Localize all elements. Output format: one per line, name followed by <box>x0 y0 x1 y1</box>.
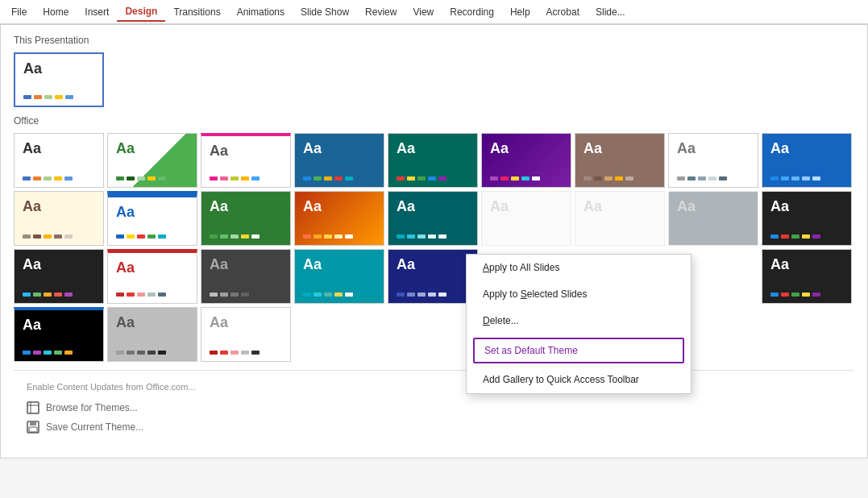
browse-themes-link[interactable]: Browse for Themes... <box>27 398 841 417</box>
theme-thumb-16[interactable]: Aa <box>575 191 665 246</box>
this-presentation-section: This Presentation Aa <box>14 35 854 107</box>
theme-thumb-12[interactable]: Aa <box>201 191 291 246</box>
this-pres-thumb[interactable]: Aa <box>14 52 104 107</box>
menu-insert[interactable]: Insert <box>77 3 117 21</box>
context-apply-all[interactable]: Apply to All Slides <box>467 255 691 281</box>
menu-file[interactable]: File <box>3 3 35 21</box>
theme-thumb-3[interactable]: Aa <box>201 133 291 188</box>
theme-thumb-9[interactable]: Aa <box>762 133 852 188</box>
set-default-label: Set as Default Theme <box>484 345 578 356</box>
office-theme-grid: Aa Aa <box>14 133 854 362</box>
theme-thumb-22[interactable]: Aa <box>294 249 384 304</box>
office-label: Office <box>14 115 854 127</box>
context-set-default[interactable]: Set as Default Theme <box>473 338 684 363</box>
menu-slideshow[interactable]: Slide Show <box>293 3 357 21</box>
office-section: Office Aa Aa <box>14 115 854 362</box>
add-gallery-label: Add Gallery to Quick Access Toolbar <box>483 374 639 385</box>
apply-selected-label: Apply to Selected Slides <box>483 288 587 300</box>
svg-rect-2 <box>30 421 36 425</box>
theme-thumb-17[interactable]: Aa <box>668 191 758 246</box>
svg-rect-0 <box>27 402 39 413</box>
theme-thumb-21[interactable]: Aa <box>201 249 291 304</box>
menu-acrobat[interactable]: Acrobat <box>538 3 588 21</box>
menu-design[interactable]: Design <box>117 2 165 22</box>
context-apply-selected[interactable]: Apply to Selected Slides <box>467 281 691 308</box>
menu-transitions[interactable]: Transitions <box>165 3 228 21</box>
svg-rect-3 <box>29 427 37 432</box>
theme-thumb-4[interactable]: Aa <box>294 133 384 188</box>
enable-content-link[interactable]: Enable Content Updates from Office.com..… <box>27 379 841 398</box>
theme-thumb-24[interactable]: Aa <box>762 249 852 304</box>
save-theme-icon <box>27 421 39 434</box>
menu-home[interactable]: Home <box>35 3 77 21</box>
theme-thumb-2[interactable]: Aa <box>107 133 197 188</box>
context-add-gallery[interactable]: Add Gallery to Quick Access Toolbar <box>467 367 691 393</box>
theme-thumb-19[interactable]: Aa <box>14 249 104 304</box>
menu-help[interactable]: Help <box>502 3 538 21</box>
this-pres-grid: Aa <box>14 52 854 107</box>
theme-thumb-1[interactable]: Aa <box>14 133 104 188</box>
context-menu: Apply to All Slides Apply to Selected Sl… <box>466 254 691 394</box>
browse-themes-icon <box>27 401 39 414</box>
theme-thumb-27[interactable]: Aa <box>201 307 291 362</box>
theme-thumb-5[interactable]: Aa <box>388 133 478 188</box>
browse-themes-label: Browse for Themes... <box>46 402 138 413</box>
save-theme-label: Save Current Theme... <box>46 421 143 433</box>
menu-recording[interactable]: Recording <box>442 3 502 21</box>
menu-view[interactable]: View <box>405 3 442 21</box>
theme-thumb-20[interactable]: Aa <box>107 249 197 304</box>
theme-thumb-11[interactable]: Aa <box>107 191 197 246</box>
menu-review[interactable]: Review <box>357 3 405 21</box>
theme-thumb-6[interactable]: Aa <box>481 133 571 188</box>
context-delete[interactable]: Delete... <box>467 308 691 334</box>
theme-thumb-18[interactable]: Aa <box>762 191 852 246</box>
this-presentation-label: This Presentation <box>14 35 854 46</box>
bottom-bar: Enable Content Updates from Office.com..… <box>14 370 854 445</box>
theme-thumb-7[interactable]: Aa <box>575 133 665 188</box>
apply-all-label: Apply to All Slides <box>483 262 559 273</box>
delete-label: Delete... <box>483 315 519 326</box>
theme-thumb-26[interactable]: Aa <box>107 307 197 362</box>
theme-thumb-10[interactable]: Aa <box>14 191 104 246</box>
theme-thumb-8[interactable]: Aa <box>668 133 758 188</box>
menu-bar: File Home Insert Design Transitions Anim… <box>0 0 868 24</box>
theme-thumb-15[interactable]: Aa <box>481 191 571 246</box>
theme-thumb-14[interactable]: Aa <box>388 191 478 246</box>
menu-slide[interactable]: Slide... <box>588 3 633 21</box>
main-area: This Presentation Aa Office <box>0 24 868 498</box>
theme-thumb-13[interactable]: Aa <box>294 191 384 246</box>
theme-thumb-25[interactable]: Aa <box>14 307 104 362</box>
theme-thumb-23[interactable]: Aa <box>388 249 478 304</box>
save-theme-link[interactable]: Save Current Theme... <box>27 417 841 437</box>
menu-animations[interactable]: Animations <box>229 3 293 21</box>
theme-panel: This Presentation Aa Office <box>0 24 868 459</box>
